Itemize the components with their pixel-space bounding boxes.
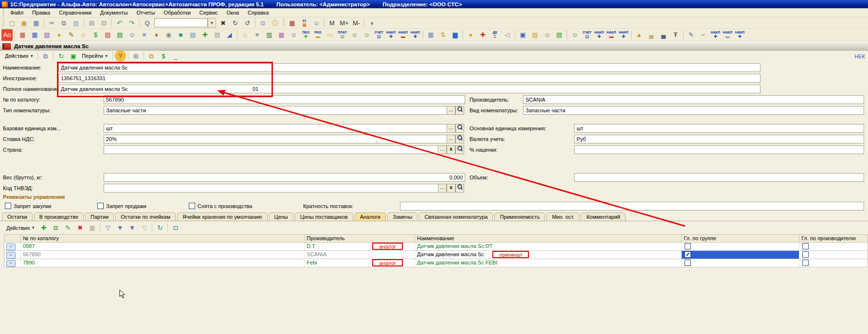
memory-icon[interactable]: M (326, 18, 338, 29)
find-next-icon[interactable]: ↻ (230, 18, 241, 29)
cut-icon[interactable]: ✂ (46, 18, 57, 29)
discontinued-checkbox[interactable] (189, 203, 195, 209)
nakl-out-icon[interactable]: НАКЛ▬ (398, 29, 409, 41)
clear-search-icon[interactable]: ✖ (217, 18, 229, 29)
nakl2-out-icon[interactable]: НАКЛ▬ (606, 29, 617, 41)
main-by-manufacturer-checkbox[interactable] (802, 260, 809, 266)
nakl3-out-icon[interactable]: НАКЛ▬ (722, 29, 733, 41)
new-doc-icon[interactable]: ✚ (199, 29, 211, 41)
sale-ban-checkbox[interactable] (97, 203, 104, 209)
menu-service[interactable]: Сервис (195, 9, 222, 17)
new-document-icon[interactable]: ▢ (6, 18, 18, 29)
buyer-in-icon[interactable]: ☺ (349, 29, 360, 41)
mainunit-field[interactable]: шт (574, 124, 864, 133)
baseunit-ellipsis-button[interactable]: … (447, 124, 455, 133)
main-by-manufacturer-checkbox[interactable] (802, 243, 809, 249)
nakl3-in-icon[interactable]: НАКЛ✚ (710, 29, 721, 41)
cell-main-in-group-selected[interactable] (682, 251, 799, 259)
green-book-icon[interactable]: ▤ (114, 29, 126, 41)
find-previous-icon[interactable]: ↺ (242, 18, 253, 29)
client-icon[interactable]: ☺ (78, 29, 89, 41)
cell-manufacturer[interactable]: D.T аналог (305, 243, 415, 250)
nakl-in-icon[interactable]: НАКЛ✚ (385, 29, 397, 41)
plat-icon[interactable]: ПЛАТ▤ (337, 29, 348, 41)
table-actions-button[interactable]: Действия▼ (4, 224, 37, 232)
main-in-group-checkbox[interactable] (685, 251, 691, 258)
doc-plus-icon[interactable]: ✚ (477, 29, 488, 41)
car-money-icon[interactable]: ▄ (658, 29, 669, 41)
supplier-out-icon[interactable]: ☺ (361, 29, 372, 41)
people-pair-icon[interactable]: ☺ (542, 29, 553, 41)
baseunit-lookup-button[interactable] (455, 124, 464, 133)
country-field[interactable] (104, 145, 438, 154)
refresh-form-icon[interactable]: ↻ (55, 50, 67, 62)
refresh-list-icon[interactable]: ↻ (154, 222, 165, 234)
country-clear-button[interactable]: x (447, 145, 455, 154)
cell-main-by-manufacturer[interactable] (799, 259, 868, 267)
table-row[interactable]: ≈ 0987 D.T аналог Датчик давления масла … (4, 243, 868, 251)
tab-analogi[interactable]: Аналоги (355, 212, 386, 221)
menu-processing[interactable]: Обработки (160, 9, 195, 17)
tab-ostatki-po-yacheykam[interactable]: Остатки по ячейкам (115, 212, 176, 221)
nakl3-add-icon[interactable]: НАКЛ✚ (734, 29, 745, 41)
form-actions-button[interactable]: Действия▼ (2, 52, 36, 60)
price-doc-icon[interactable]: ▤ (187, 29, 199, 41)
partners-icon[interactable]: ☺ (127, 29, 138, 41)
purchase-ban-checkbox[interactable] (5, 203, 11, 209)
tab-kommentariy[interactable]: Комментарий (581, 212, 625, 221)
list-settings-icon[interactable]: ⊡ (170, 222, 181, 234)
cashdesk-icon[interactable]: ▭ (325, 29, 336, 41)
main-in-group-checkbox[interactable] (685, 243, 691, 249)
country-lookup-button[interactable] (455, 145, 464, 154)
equipment-icon[interactable]: ◉ (163, 29, 174, 41)
add-person-icon[interactable]: ☺ (288, 29, 299, 41)
baseunit-field[interactable]: шт (104, 124, 447, 133)
kind-field[interactable]: Запасные части (523, 106, 864, 115)
add-copy-row-icon[interactable]: ⧉ (50, 222, 61, 234)
shelves-icon[interactable]: ≡ (252, 29, 263, 41)
type-lookup-button[interactable] (455, 106, 464, 115)
money-doc-icon[interactable]: ● (465, 29, 476, 41)
type-ellipsis-button[interactable]: … (447, 106, 455, 115)
type-field[interactable]: Запасные части (104, 106, 447, 115)
tab-partii[interactable]: Партии (85, 212, 114, 221)
combo-arrow-icon[interactable]: ▼ (208, 18, 216, 28)
save-icon[interactable]: ▦ (31, 18, 42, 29)
add-row-icon[interactable]: ✚ (38, 222, 49, 234)
memory-plus-icon[interactable]: M+ (339, 18, 350, 29)
copy-icon[interactable]: ⧉ (58, 18, 70, 29)
red-underscore-icon[interactable]: _ (170, 50, 181, 62)
info-icon[interactable]: ⓘ (270, 18, 281, 29)
menu-references[interactable]: Справочники (54, 9, 96, 17)
clear-filter-icon[interactable]: ▽ (139, 222, 150, 234)
calendar-icon[interactable]: 31▦ (299, 18, 310, 29)
search-input[interactable] (154, 18, 208, 27)
catalogs-icon[interactable]: ▥ (264, 29, 275, 41)
tab-v-proizvodstve[interactable]: В производстве (34, 212, 84, 221)
main-by-manufacturer-column-header[interactable]: Гл. по производителю (799, 235, 868, 242)
icon-column-header[interactable] (4, 235, 21, 242)
nakl-add-icon[interactable]: НАКЛ✚ (410, 29, 421, 41)
multiplicity-field[interactable] (400, 202, 864, 211)
cell-name[interactable]: Датчик давления масла Sc FEBI (415, 259, 682, 267)
money-bag-icon[interactable]: ● (54, 29, 65, 41)
tab-tseny[interactable]: Цены (269, 212, 293, 221)
red-book-icon[interactable]: ▤ (102, 29, 113, 41)
currency-doc-icon[interactable]: $ (90, 29, 101, 41)
cell-manufacturer[interactable]: SCANIA (305, 251, 415, 259)
reference-book-icon[interactable]: ▣ (517, 29, 528, 41)
panel-icon[interactable]: ■ (175, 29, 186, 41)
print-preview-icon[interactable]: ⊡ (98, 18, 109, 29)
person-card-icon[interactable]: ▤ (554, 29, 565, 41)
dk-sum-icon[interactable]: ДКΣ (489, 29, 501, 41)
save-disabled-icon[interactable]: ▦ (87, 222, 98, 234)
service-settings-icon[interactable]: ♦ (366, 18, 378, 29)
fitting-icon[interactable]: ⌂ (239, 29, 251, 41)
menu-documents[interactable]: Документы (96, 9, 132, 17)
vat-lookup-button[interactable] (455, 135, 464, 143)
hammer-icon[interactable]: ⌐ (698, 29, 709, 41)
nakl2-add-icon[interactable]: НАКЛ✚ (618, 29, 629, 41)
schet2-icon[interactable]: СЧЕТ▤ (581, 29, 593, 41)
companies-icon[interactable]: ▦ (17, 29, 28, 41)
table-row[interactable]: ≈ 567890 SCANIA Датчик давления масла Sc… (4, 251, 868, 259)
